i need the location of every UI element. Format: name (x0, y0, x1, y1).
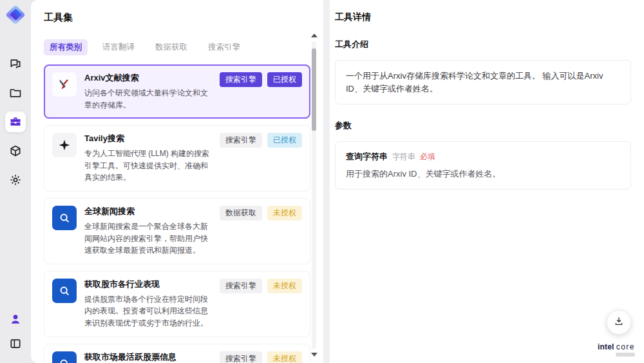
user-icon (9, 313, 22, 326)
tab-category-3[interactable]: 搜索引擎 (202, 39, 246, 55)
param-desc: 用于搜索的Arxiv ID、关键字或作者姓名。 (346, 168, 620, 180)
brand-intel-text: intel (598, 342, 614, 351)
brand-core-text: core (616, 342, 635, 351)
category-badge: 数据获取 (220, 206, 262, 221)
rail-item-chat[interactable] (5, 54, 26, 74)
pane-divider (323, 0, 330, 363)
auth-status-badge: 未授权 (267, 279, 302, 293)
download-button[interactable] (607, 310, 631, 335)
briefcase-icon (9, 115, 22, 128)
folder-icon (9, 86, 22, 99)
tab-category-1[interactable]: 语言翻译 (97, 39, 140, 55)
panel-layout-icon (9, 337, 22, 350)
tool-card-title: Arxiv文献搜索 (84, 72, 212, 84)
scrollbar-down-arrow-icon[interactable] (311, 353, 317, 357)
rail-item-profile[interactable] (5, 309, 26, 329)
gear-icon (9, 173, 22, 186)
tool-card-desc: 全球新闻搜索是一个聚合全球各大新闻网站内容的搜索引擎，帮助用户快速获取全球最新资… (84, 221, 212, 257)
download-icon (614, 316, 624, 329)
main-surface: 工具集 所有类别语言翻译数据获取搜索引擎 Arxiv文献搜索 访问各个研究领域大… (31, 0, 644, 363)
tools-list-pane: 工具集 所有类别语言翻译数据获取搜索引擎 Arxiv文献搜索 访问各个研究领域大… (31, 0, 323, 363)
tool-card-title: 获取股市各行业表现 (84, 279, 212, 290)
brand-sub-badge (616, 353, 635, 357)
rail-item-models[interactable] (5, 141, 26, 161)
category-badge: 搜索引擎 (220, 72, 262, 87)
tab-all-categories[interactable]: 所有类别 (44, 39, 88, 55)
scrollbar-thumb[interactable] (312, 48, 316, 131)
tool-card-title: 全球新闻搜索 (84, 206, 212, 217)
chat-icon (9, 57, 22, 70)
tool-card-title: Tavily搜索 (84, 133, 212, 144)
tool-card[interactable]: 获取市场最活跃股票信息 提供当天交易量最高的股票列表。投资者可以利用这些信息来识… (44, 344, 310, 363)
rail-item-settings[interactable] (5, 170, 26, 190)
category-badge: 搜索引擎 (220, 279, 262, 293)
detail-title: 工具详情 (335, 12, 631, 23)
rail-item-files[interactable] (5, 83, 26, 103)
tool-card[interactable]: Tavily搜索 专为人工智能代理 (LLM) 构建的搜索引擎工具。可快速提供实… (44, 125, 310, 191)
auth-status-badge: 未授权 (267, 351, 302, 363)
intel-core-logo: intelcore (598, 342, 635, 357)
stock-sector-icon (52, 279, 77, 303)
param-box: 查询字符串 字符串 必填 用于搜索的Arxiv ID、关键字或作者姓名。 (335, 141, 631, 190)
tab-category-2[interactable]: 数据获取 (149, 39, 193, 55)
category-badge: 搜索引擎 (220, 133, 262, 148)
tool-card[interactable]: 获取股市各行业表现 提供股票市场各个行业在特定时间段内的表现。投资者可以利用这些… (44, 271, 310, 337)
rail-item-toolbox[interactable] (5, 112, 26, 132)
category-tabs: 所有类别语言翻译数据获取搜索引擎 (44, 39, 323, 55)
list-scrollbar (311, 34, 317, 357)
param-type: 字符串 (392, 152, 415, 162)
auth-status-badge: 已授权 (267, 72, 302, 87)
tool-card-desc: 提供股票市场各个行业在特定时间段内的表现。投资者可以利用这些信息来识别表现优于或… (84, 293, 212, 329)
category-badge: 搜索引擎 (220, 351, 262, 363)
arxiv-icon (52, 72, 77, 97)
intro-heading: 工具介绍 (335, 39, 631, 50)
auth-status-badge: 未授权 (267, 206, 302, 221)
auth-status-badge: 已授权 (267, 133, 302, 148)
tool-card-desc: 专为人工智能代理 (LLM) 构建的搜索引擎工具。可快速提供实时、准确和真实的结… (84, 148, 212, 184)
intro-box: 一个用于从Arxiv存储库搜索科学论文和文章的工具。 输入可以是Arxiv ID… (335, 60, 631, 104)
tavily-star-icon (52, 133, 77, 157)
tool-card[interactable]: Arxiv文献搜索 访问各个研究领域大量科学论文和文章的存储库。 搜索引擎 已授… (44, 64, 310, 119)
rail-item-collapse[interactable] (5, 333, 26, 354)
app-logo[interactable] (5, 5, 26, 26)
news-search-icon (52, 206, 77, 230)
active-stock-icon (52, 351, 77, 363)
tool-card-title: 获取市场最活跃股票信息 (84, 351, 212, 363)
tool-card[interactable]: 全球新闻搜索 全球新闻搜索是一个聚合全球各大新闻网站内容的搜索引擎，帮助用户快速… (44, 198, 310, 264)
param-name: 查询字符串 (346, 151, 388, 162)
param-required-badge: 必填 (420, 152, 435, 162)
left-rail (0, 0, 31, 363)
intro-text: 一个用于从Arxiv存储库搜索科学论文和文章的工具。 输入可以是Arxiv ID… (346, 70, 620, 95)
scrollbar-up-arrow-icon[interactable] (311, 34, 317, 37)
tool-card-desc: 访问各个研究领域大量科学论文和文章的存储库。 (84, 87, 212, 111)
params-heading: 参数 (335, 120, 631, 132)
page-title: 工具集 (44, 12, 323, 24)
cube-icon (9, 144, 22, 157)
tool-detail-pane: 工具详情 工具介绍 一个用于从Arxiv存储库搜索科学论文和文章的工具。 输入可… (330, 0, 644, 363)
app-window: 工具集 所有类别语言翻译数据获取搜索引擎 Arxiv文献搜索 访问各个研究领域大… (0, 0, 644, 363)
tool-card-list: Arxiv文献搜索 访问各个研究领域大量科学论文和文章的存储库。 搜索引擎 已授… (44, 64, 310, 363)
